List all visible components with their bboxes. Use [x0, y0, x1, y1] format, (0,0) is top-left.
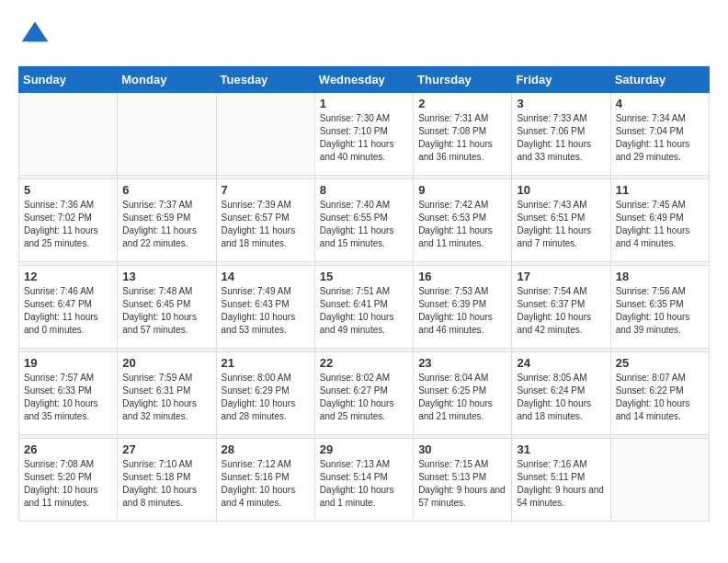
- cell-week4-day5: 24Sunrise: 8:05 AM Sunset: 6:24 PM Dayli…: [512, 352, 610, 435]
- cell-week3-day6: 18Sunrise: 7:56 AM Sunset: 6:35 PM Dayli…: [610, 266, 709, 349]
- day-info: Sunrise: 7:37 AM Sunset: 6:59 PM Dayligh…: [122, 199, 210, 250]
- day-info: Sunrise: 7:08 AM Sunset: 5:20 PM Dayligh…: [24, 458, 112, 510]
- day-info: Sunrise: 7:57 AM Sunset: 6:33 PM Dayligh…: [24, 372, 112, 423]
- header-tuesday: Tuesday: [216, 67, 314, 93]
- day-number: 11: [616, 183, 704, 197]
- day-number: 20: [122, 356, 210, 370]
- day-info: Sunrise: 7:48 AM Sunset: 6:45 PM Dayligh…: [122, 285, 210, 337]
- day-number: 13: [122, 270, 210, 283]
- day-info: Sunrise: 8:02 AM Sunset: 6:27 PM Dayligh…: [320, 372, 408, 423]
- cell-week5-day6: [610, 439, 709, 522]
- cell-week1-day2: [216, 93, 314, 176]
- day-info: Sunrise: 7:13 AM Sunset: 5:14 PM Dayligh…: [320, 458, 408, 510]
- day-number: 16: [418, 270, 506, 283]
- cell-week4-day1: 20Sunrise: 7:59 AM Sunset: 6:31 PM Dayli…: [118, 352, 216, 435]
- cell-week3-day5: 17Sunrise: 7:54 AM Sunset: 6:37 PM Dayli…: [512, 266, 610, 349]
- cell-week2-day0: 5Sunrise: 7:36 AM Sunset: 7:02 PM Daylig…: [19, 179, 118, 262]
- day-number: 17: [517, 270, 605, 283]
- cell-week1-day0: [19, 93, 118, 176]
- cell-week1-day1: [118, 93, 216, 176]
- week-row-5: 26Sunrise: 7:08 AM Sunset: 5:20 PM Dayli…: [19, 439, 710, 522]
- cell-week3-day0: 12Sunrise: 7:46 AM Sunset: 6:47 PM Dayli…: [19, 266, 118, 349]
- cell-week2-day6: 11Sunrise: 7:45 AM Sunset: 6:49 PM Dayli…: [610, 179, 709, 262]
- day-number: 14: [222, 270, 310, 283]
- cell-week1-day5: 3Sunrise: 7:33 AM Sunset: 7:06 PM Daylig…: [512, 93, 610, 176]
- cell-week2-day1: 6Sunrise: 7:37 AM Sunset: 6:59 PM Daylig…: [118, 179, 216, 262]
- day-info: Sunrise: 7:54 AM Sunset: 6:37 PM Dayligh…: [517, 285, 605, 337]
- day-info: Sunrise: 7:45 AM Sunset: 6:49 PM Dayligh…: [616, 199, 704, 250]
- day-info: Sunrise: 7:59 AM Sunset: 6:31 PM Dayligh…: [122, 372, 210, 423]
- cell-week4-day3: 22Sunrise: 8:02 AM Sunset: 6:27 PM Dayli…: [314, 352, 413, 435]
- day-number: 4: [616, 97, 704, 110]
- cell-week4-day4: 23Sunrise: 8:04 AM Sunset: 6:25 PM Dayli…: [414, 352, 512, 435]
- header-friday: Friday: [512, 67, 610, 93]
- day-number: 10: [517, 183, 605, 197]
- day-info: Sunrise: 7:10 AM Sunset: 5:18 PM Dayligh…: [122, 458, 210, 510]
- day-number: 8: [320, 183, 408, 197]
- day-info: Sunrise: 7:16 AM Sunset: 5:11 PM Dayligh…: [517, 458, 605, 510]
- week-row-2: 5Sunrise: 7:36 AM Sunset: 7:02 PM Daylig…: [19, 179, 710, 262]
- cell-week1-day6: 4Sunrise: 7:34 AM Sunset: 7:04 PM Daylig…: [610, 93, 709, 176]
- calendar-table: SundayMondayTuesdayWednesdayThursdayFrid…: [18, 66, 710, 522]
- cell-week3-day1: 13Sunrise: 7:48 AM Sunset: 6:45 PM Dayli…: [118, 266, 216, 349]
- day-number: 2: [418, 97, 506, 110]
- day-number: 30: [418, 442, 506, 456]
- day-info: Sunrise: 8:00 AM Sunset: 6:29 PM Dayligh…: [222, 372, 310, 423]
- day-info: Sunrise: 7:40 AM Sunset: 6:55 PM Dayligh…: [320, 199, 408, 250]
- day-number: 31: [517, 442, 605, 456]
- svg-rect-1: [28, 35, 41, 41]
- day-info: Sunrise: 7:46 AM Sunset: 6:47 PM Dayligh…: [24, 285, 112, 337]
- day-number: 15: [320, 270, 408, 283]
- day-info: Sunrise: 7:31 AM Sunset: 7:08 PM Dayligh…: [418, 112, 506, 164]
- weekday-header-row: SundayMondayTuesdayWednesdayThursdayFrid…: [19, 67, 710, 93]
- day-info: Sunrise: 7:53 AM Sunset: 6:39 PM Dayligh…: [418, 285, 506, 337]
- day-number: 18: [616, 270, 704, 283]
- day-info: Sunrise: 7:51 AM Sunset: 6:41 PM Dayligh…: [320, 285, 408, 337]
- cell-week5-day4: 30Sunrise: 7:15 AM Sunset: 5:13 PM Dayli…: [414, 439, 512, 522]
- header-wednesday: Wednesday: [314, 67, 413, 93]
- cell-week4-day6: 25Sunrise: 8:07 AM Sunset: 6:22 PM Dayli…: [610, 352, 709, 435]
- week-row-4: 19Sunrise: 7:57 AM Sunset: 6:33 PM Dayli…: [19, 352, 710, 435]
- week-row-3: 12Sunrise: 7:46 AM Sunset: 6:47 PM Dayli…: [19, 266, 710, 349]
- cell-week3-day4: 16Sunrise: 7:53 AM Sunset: 6:39 PM Dayli…: [414, 266, 512, 349]
- day-info: Sunrise: 7:49 AM Sunset: 6:43 PM Dayligh…: [222, 285, 310, 337]
- cell-week5-day1: 27Sunrise: 7:10 AM Sunset: 5:18 PM Dayli…: [118, 439, 216, 522]
- day-number: 12: [24, 270, 112, 283]
- cell-week2-day3: 8Sunrise: 7:40 AM Sunset: 6:55 PM Daylig…: [314, 179, 413, 262]
- day-number: 19: [24, 356, 112, 370]
- header-saturday: Saturday: [610, 67, 709, 93]
- logo: [18, 18, 57, 52]
- cell-week3-day3: 15Sunrise: 7:51 AM Sunset: 6:41 PM Dayli…: [314, 266, 413, 349]
- cell-week3-day2: 14Sunrise: 7:49 AM Sunset: 6:43 PM Dayli…: [216, 266, 314, 349]
- day-number: 21: [222, 356, 310, 370]
- cell-week1-day4: 2Sunrise: 7:31 AM Sunset: 7:08 PM Daylig…: [414, 93, 512, 176]
- cell-week2-day5: 10Sunrise: 7:43 AM Sunset: 6:51 PM Dayli…: [512, 179, 610, 262]
- day-info: Sunrise: 7:36 AM Sunset: 7:02 PM Dayligh…: [24, 199, 112, 250]
- day-info: Sunrise: 8:07 AM Sunset: 6:22 PM Dayligh…: [616, 372, 704, 423]
- page-header: [18, 18, 710, 52]
- day-number: 3: [517, 97, 605, 110]
- day-number: 9: [418, 183, 506, 197]
- day-number: 28: [222, 442, 310, 456]
- day-info: Sunrise: 7:15 AM Sunset: 5:13 PM Dayligh…: [418, 458, 506, 510]
- day-number: 29: [320, 442, 408, 456]
- cell-week1-day3: 1Sunrise: 7:30 AM Sunset: 7:10 PM Daylig…: [314, 93, 413, 176]
- header-thursday: Thursday: [414, 67, 512, 93]
- day-number: 6: [122, 183, 210, 197]
- day-number: 25: [616, 356, 704, 370]
- cell-week2-day2: 7Sunrise: 7:39 AM Sunset: 6:57 PM Daylig…: [216, 179, 314, 262]
- day-info: Sunrise: 7:34 AM Sunset: 7:04 PM Dayligh…: [616, 112, 704, 164]
- day-number: 1: [320, 97, 408, 110]
- header-sunday: Sunday: [19, 67, 118, 93]
- day-number: 7: [222, 183, 310, 197]
- day-info: Sunrise: 7:43 AM Sunset: 6:51 PM Dayligh…: [517, 199, 605, 250]
- cell-week2-day4: 9Sunrise: 7:42 AM Sunset: 6:53 PM Daylig…: [414, 179, 512, 262]
- day-info: Sunrise: 7:12 AM Sunset: 5:16 PM Dayligh…: [222, 458, 310, 510]
- header-monday: Monday: [118, 67, 216, 93]
- cell-week5-day2: 28Sunrise: 7:12 AM Sunset: 5:16 PM Dayli…: [216, 439, 314, 522]
- day-number: 26: [24, 442, 112, 456]
- day-number: 24: [517, 356, 605, 370]
- day-info: Sunrise: 8:04 AM Sunset: 6:25 PM Dayligh…: [418, 372, 506, 423]
- day-number: 22: [320, 356, 408, 370]
- day-info: Sunrise: 7:39 AM Sunset: 6:57 PM Dayligh…: [222, 199, 310, 250]
